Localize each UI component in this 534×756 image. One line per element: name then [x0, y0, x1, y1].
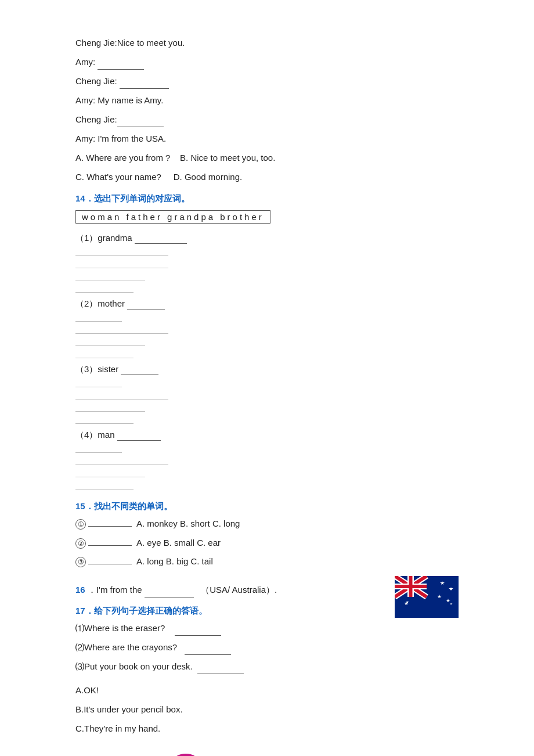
q17-ansA: A.OK! [75, 682, 459, 698]
q15-item2: ② A. eye B. small C. ear [75, 535, 459, 552]
q15-opts1: A. monkey B. short C. long [136, 516, 240, 532]
q15-header: 15．找出不同类的单词。 [75, 501, 459, 512]
q15-circle2: ② [75, 538, 86, 549]
q14-sub3-line3 [75, 401, 145, 412]
q14-sub2-line3 [75, 336, 145, 346]
dialog-line5: Cheng Jie: [75, 111, 459, 127]
q17-ansC: C.They're in my hand. [75, 721, 459, 736]
q14-sub4-line1 [75, 442, 122, 453]
q14-sub1-line1 [75, 246, 168, 256]
svg-rect-8 [395, 585, 427, 588]
q17-q2: ⑵Where are the crayons? [75, 639, 459, 655]
q14-sub1-line3 [75, 270, 145, 280]
q14-sub1-line2 [75, 258, 168, 268]
q14-sub1: （1）grandma [75, 233, 459, 244]
q14-sub4-line2 [75, 455, 168, 465]
q14-sub2-line1 [75, 311, 122, 322]
q14-sub2-line4 [75, 348, 134, 358]
q14-sub3: （3）sister [75, 364, 459, 375]
q18-section: 18 ．I'm a [75, 748, 459, 757]
dialog-line2: Amy: [75, 54, 459, 70]
q17-ansB: B.It's under your pencil box. [75, 701, 459, 717]
q15-item1: ① A. monkey B. short C. long [75, 516, 459, 532]
q14-sub2: （2）mother [75, 298, 459, 309]
q14-header: 14．选出下列单词的对应词。 [75, 193, 459, 204]
dialog-options-ab: A. Where are you from ? B. Nice to meet … [75, 150, 459, 167]
q14-sub4-line3 [75, 467, 145, 477]
svg-point-22 [173, 754, 199, 757]
q15-opts3: A. long B. big C. tail [136, 553, 213, 570]
q14-word-box: woman father grandpa brother [75, 208, 459, 228]
q15-item3: ③ A. long B. big C. tail [75, 553, 459, 570]
q15-opts2: A. eye B. small C. ear [136, 535, 221, 552]
q14-sub3-line1 [75, 377, 122, 387]
q15-circle3: ③ [75, 557, 86, 567]
dialog-line3: Cheng Jie: [75, 73, 459, 89]
q16-section: 16 ．I'm from the （USA/ Australia）. 17．给下… [75, 582, 459, 678]
q17-q1: ⑴Where is the eraser? [75, 620, 459, 636]
q14-sub2-line2 [75, 323, 168, 334]
dialog-options-cd: C. What's your name? D. Good morning. [75, 169, 459, 186]
q14-sub4: （4）man [75, 430, 459, 441]
q17-q3: ⑶Put your book on your desk. [75, 658, 459, 674]
q14-sub3-line4 [75, 413, 134, 424]
q14-sub4-line4 [75, 479, 134, 489]
dialog-line4: Amy: My name is Amy. [75, 92, 459, 108]
dialog-line1: Cheng Jie:Nice to meet you. [75, 35, 459, 51]
dialog-line6: Amy: I'm from the USA. [75, 131, 459, 146]
australia-flag [395, 576, 459, 618]
cartoon-girl-icon [161, 748, 211, 757]
q14-sub1-line4 [75, 282, 134, 293]
q15-circle1: ① [75, 519, 86, 530]
q14-sub3-line2 [75, 389, 168, 399]
australia-flag-container [395, 576, 459, 620]
